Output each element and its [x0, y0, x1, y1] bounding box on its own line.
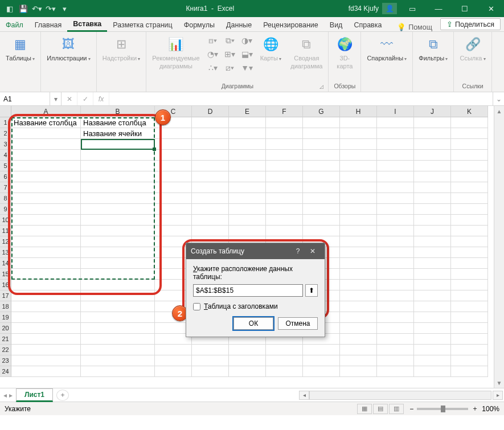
cell-J4[interactable] — [414, 150, 451, 161]
row-header-2[interactable]: 2 — [0, 128, 11, 139]
column-chart-icon[interactable]: ⧈▾ — [207, 34, 219, 47]
tab-view[interactable]: Вид — [324, 18, 349, 31]
row-header-15[interactable]: 15 — [0, 269, 11, 280]
cell-K20[interactable] — [451, 323, 488, 334]
cell-D11[interactable] — [192, 226, 229, 236]
cell-J9[interactable] — [414, 204, 451, 215]
row-header-10[interactable]: 10 — [0, 215, 11, 226]
cell-I6[interactable] — [377, 171, 414, 182]
cell-H21[interactable] — [340, 334, 377, 345]
cell-G10[interactable] — [303, 215, 340, 226]
cell-J16[interactable] — [414, 280, 451, 290]
cell-I7[interactable] — [377, 182, 414, 193]
cell-K1[interactable] — [451, 117, 488, 128]
cell-C6[interactable] — [155, 171, 192, 182]
cell-I13[interactable] — [377, 247, 414, 258]
range-selector-button[interactable]: ⬆ — [305, 284, 318, 297]
cell-J21[interactable] — [414, 334, 451, 345]
cell-G23[interactable] — [303, 355, 340, 366]
cell-B22[interactable] — [81, 345, 155, 355]
name-box[interactable]: A1 — [0, 92, 50, 105]
cell-I24[interactable] — [377, 366, 414, 377]
pie-chart-icon[interactable]: ◑▾ — [241, 34, 253, 47]
cell-C22[interactable] — [155, 345, 192, 355]
row-header-24[interactable]: 24 — [0, 366, 11, 377]
cell-I21[interactable] — [377, 334, 414, 345]
cell-K4[interactable] — [451, 150, 488, 161]
cell-A12[interactable] — [11, 236, 81, 247]
cell-J3[interactable] — [414, 139, 451, 150]
scroll-down-icon[interactable]: ▼ — [494, 378, 504, 388]
cell-A17[interactable] — [11, 290, 81, 301]
charts-dialog-launcher-icon[interactable]: ◿ — [319, 84, 323, 89]
tab-file[interactable]: Файл — [0, 18, 29, 31]
cell-B15[interactable] — [81, 269, 155, 280]
cell-K21[interactable] — [451, 334, 488, 345]
horizontal-scrollbar[interactable]: ◂ ▸ — [69, 391, 504, 400]
cell-H8[interactable] — [340, 193, 377, 204]
cell-I5[interactable] — [377, 161, 414, 171]
cell-A8[interactable] — [11, 193, 81, 204]
cell-H17[interactable] — [340, 290, 377, 301]
scroll-up-icon[interactable]: ▲ — [494, 106, 504, 116]
new-sheet-button[interactable]: ＋ — [56, 390, 69, 401]
cell-I11[interactable] — [377, 226, 414, 236]
cell-K16[interactable] — [451, 280, 488, 290]
hscroll-right-icon[interactable]: ▸ — [493, 391, 503, 400]
cell-A18[interactable] — [11, 301, 81, 312]
maximize-button[interactable]: ☐ — [452, 0, 478, 17]
cell-E2[interactable] — [229, 128, 266, 139]
cancel-button[interactable]: Отмена — [278, 317, 318, 330]
cell-F11[interactable] — [266, 226, 303, 236]
row-header-12[interactable]: 12 — [0, 236, 11, 247]
cell-K22[interactable] — [451, 345, 488, 355]
cell-D2[interactable] — [192, 128, 229, 139]
row-header-13[interactable]: 13 — [0, 247, 11, 258]
cell-E22[interactable] — [229, 345, 266, 355]
cell-F8[interactable] — [266, 193, 303, 204]
cell-B11[interactable] — [81, 226, 155, 236]
cell-B7[interactable] — [81, 182, 155, 193]
cell-J8[interactable] — [414, 193, 451, 204]
cell-H2[interactable] — [340, 128, 377, 139]
cell-I8[interactable] — [377, 193, 414, 204]
row-header-16[interactable]: 16 — [0, 280, 11, 290]
chevron-left-icon[interactable]: ◂ — [3, 391, 7, 399]
cell-H24[interactable] — [340, 366, 377, 377]
cell-A21[interactable] — [11, 334, 81, 345]
cell-G2[interactable] — [303, 128, 340, 139]
row-header-20[interactable]: 20 — [0, 323, 11, 334]
tab-review[interactable]: Рецензирование — [257, 18, 324, 31]
tab-pagelayout[interactable]: Разметка страниц — [107, 18, 178, 31]
cell-K5[interactable] — [451, 161, 488, 171]
cell-G1[interactable] — [303, 117, 340, 128]
cell-D9[interactable] — [192, 204, 229, 215]
cell-E6[interactable] — [229, 171, 266, 182]
tell-me[interactable]: 💡 Помощ — [392, 23, 437, 31]
row-header-14[interactable]: 14 — [0, 258, 11, 269]
cell-A22[interactable] — [11, 345, 81, 355]
row-header-19[interactable]: 19 — [0, 312, 11, 323]
cell-C2[interactable] — [155, 128, 192, 139]
cell-G9[interactable] — [303, 204, 340, 215]
row-header-1[interactable]: 1 — [0, 117, 11, 128]
cell-D7[interactable] — [192, 182, 229, 193]
dialog-help-button[interactable]: ? — [290, 247, 305, 255]
select-all-corner[interactable] — [0, 106, 11, 117]
stat-chart-icon[interactable]: ⊞▾ — [224, 48, 236, 60]
hscroll-left-icon[interactable]: ◂ — [299, 391, 309, 400]
cell-A1[interactable]: Название столбца — [11, 117, 81, 128]
cell-H16[interactable] — [340, 280, 377, 290]
cell-E1[interactable] — [229, 117, 266, 128]
cell-B20[interactable] — [81, 323, 155, 334]
cell-F9[interactable] — [266, 204, 303, 215]
cell-I10[interactable] — [377, 215, 414, 226]
row-header-21[interactable]: 21 — [0, 334, 11, 345]
cell-C7[interactable] — [155, 182, 192, 193]
cell-F22[interactable] — [266, 345, 303, 355]
cell-F3[interactable] — [266, 139, 303, 150]
hierarchy-chart-icon[interactable]: ◔▾ — [207, 48, 219, 60]
link-button[interactable]: 🔗 Ссылка — [457, 34, 487, 63]
autosave-icon[interactable]: ◧ — [5, 3, 15, 14]
row-header-18[interactable]: 18 — [0, 301, 11, 312]
